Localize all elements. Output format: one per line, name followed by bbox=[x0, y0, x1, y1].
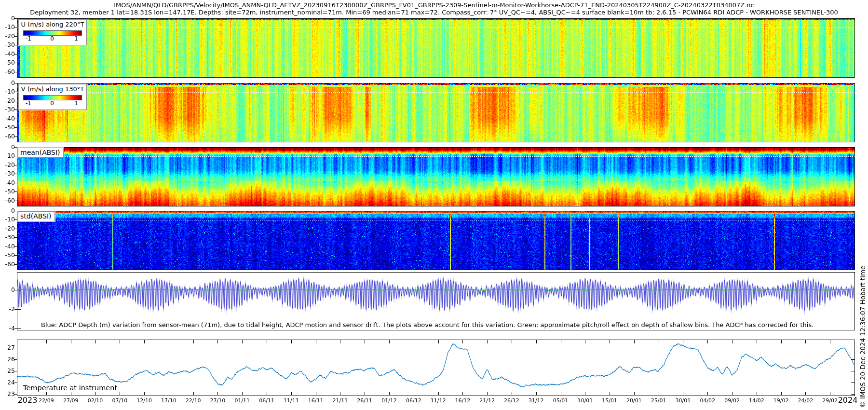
date-tick-label: 11/12 bbox=[431, 397, 446, 404]
depthvar-tick-label: -4 bbox=[9, 325, 15, 332]
date-tick-label: 09/02 bbox=[724, 397, 740, 404]
date-tick-label: 04/02 bbox=[700, 397, 715, 404]
date-tick-label: 31/12 bbox=[529, 397, 544, 404]
depth-tick-label-p2: -60 bbox=[5, 133, 15, 140]
depth-tick-label-p4: -30 bbox=[5, 233, 15, 241]
depth-tick-label-p1: -10 bbox=[5, 23, 15, 30]
depth-tick-label-p2: -40 bbox=[5, 115, 15, 122]
depth-tick-label-p4: -20 bbox=[5, 225, 15, 232]
date-tick-label: 27/09 bbox=[63, 397, 79, 404]
date-tick-label: 29/02 bbox=[822, 397, 838, 404]
depth-tick-label-p3: -50 bbox=[5, 188, 15, 195]
depthvar-tick-label: -2 bbox=[9, 305, 15, 313]
date-tick-label: 30/01 bbox=[676, 397, 691, 404]
date-tick-label: 22/10 bbox=[186, 397, 201, 404]
date-tick-label: 20/01 bbox=[626, 397, 642, 404]
temp-tick-label: 24 bbox=[7, 379, 15, 386]
date-tick-label: 26/11 bbox=[357, 397, 372, 404]
depth-tick-label-p4: -10 bbox=[5, 216, 15, 223]
date-tick-label: 17/10 bbox=[161, 397, 176, 404]
date-tick-label: 10/01 bbox=[577, 397, 593, 404]
v-colorbar-tick-1: 1 bbox=[74, 100, 78, 107]
depth-tick-label-p1: -20 bbox=[5, 32, 15, 40]
date-tick-label: 11/11 bbox=[284, 397, 299, 404]
date-tick-label: 21/12 bbox=[479, 397, 495, 404]
depth-tick-label-p1: -40 bbox=[5, 50, 15, 57]
year-label-end: 2024 bbox=[838, 396, 858, 405]
temp-tick-label: 23 bbox=[7, 390, 15, 397]
v-legend-title: V (m/s) along 130°T bbox=[19, 85, 86, 93]
adcp-summary-figure: IMOS/ANMN/QLD/GBRPPS/Velocity/IMOS_ANMN-… bbox=[0, 0, 868, 410]
depth-tick-label-p3: -60 bbox=[5, 197, 15, 204]
depth-tick-label-p1: -50 bbox=[5, 59, 15, 66]
year-label-start: 2023 bbox=[18, 396, 38, 405]
figure-title-deployment-info: Deployment 32, member 1 lat=18.31S lon=1… bbox=[0, 9, 868, 16]
date-tick-label: 02/10 bbox=[88, 397, 103, 404]
u-colorbar-tick-1: 1 bbox=[74, 35, 78, 42]
temp-tick-label: 26 bbox=[7, 355, 15, 363]
depth-tick-label-p3: 0 bbox=[11, 143, 15, 150]
depth-variation-annotation: Blue: ADCP Depth (m) variation from sens… bbox=[41, 321, 814, 328]
depth-tick-label-p3: -20 bbox=[5, 161, 15, 168]
depth-tick-label-p2: -50 bbox=[5, 123, 15, 131]
date-tick-label: 01/12 bbox=[381, 397, 397, 404]
temperature-panel-label: Temperature at instrument bbox=[23, 384, 117, 392]
date-tick-label: 16/12 bbox=[455, 397, 471, 404]
v-colorbar-tick-0: 0 bbox=[50, 100, 54, 107]
std-absi-label: std(ABSI) bbox=[18, 211, 55, 221]
depth-tick-label-p3: -40 bbox=[5, 179, 15, 186]
date-tick-label: 16/11 bbox=[308, 397, 324, 404]
depth-tick-label-p2: -20 bbox=[5, 97, 15, 104]
date-tick-label: 06/12 bbox=[406, 397, 421, 404]
depth-tick-label-p4: -40 bbox=[5, 243, 15, 250]
date-tick-label: 19/02 bbox=[773, 397, 789, 404]
depthvar-tick-label: 0 bbox=[11, 286, 15, 293]
date-tick-label: 06/11 bbox=[259, 397, 274, 404]
date-tick-label: 12/10 bbox=[136, 397, 152, 404]
date-tick-label: 01/11 bbox=[234, 397, 250, 404]
date-tick-label: 07/10 bbox=[112, 397, 127, 404]
date-tick-label: 25/01 bbox=[651, 397, 666, 404]
depth-tick-label-p3: -10 bbox=[5, 152, 15, 159]
depth-tick-label-p4: -50 bbox=[5, 251, 15, 259]
depth-tick-label-p2: -10 bbox=[5, 88, 15, 95]
date-tick-label: 21/11 bbox=[333, 397, 348, 404]
depth-tick-label-p1: -30 bbox=[5, 41, 15, 48]
depth-tick-label-p2: -30 bbox=[5, 106, 15, 113]
depth-tick-label-p4: -60 bbox=[5, 260, 15, 268]
u-velocity-legend: U (m/s) along 220°T -1 0 1 bbox=[18, 19, 87, 45]
figure-title-filename: IMOS/ANMN/QLD/GBRPPS/Velocity/IMOS_ANMN-… bbox=[0, 1, 868, 9]
u-colorbar-tick-neg1: -1 bbox=[26, 35, 31, 42]
date-tick-label: 22/09 bbox=[39, 397, 54, 404]
date-tick-label: 24/02 bbox=[798, 397, 814, 404]
mean-absi-label: mean(ABSI) bbox=[18, 148, 64, 158]
depth-tick-label-p1: -60 bbox=[5, 68, 15, 75]
v-velocity-legend: V (m/s) along 130°T -1 0 1 bbox=[18, 84, 87, 110]
date-tick-label: 27/10 bbox=[210, 397, 226, 404]
imos-watermark: © IMOS 20-Dec-2024 12:36:07 Hobart time bbox=[859, 266, 867, 408]
u-legend-title: U (m/s) along 220°T bbox=[19, 21, 86, 28]
u-colorbar-tick-0: 0 bbox=[50, 35, 54, 42]
date-tick-label: 14/02 bbox=[749, 397, 764, 404]
temp-tick-label: 27 bbox=[7, 344, 15, 351]
v-colorbar-tick-neg1: -1 bbox=[26, 100, 31, 107]
depth-tick-label-p3: -30 bbox=[5, 170, 15, 177]
date-tick-label: 26/12 bbox=[504, 397, 519, 404]
date-tick-label: 15/01 bbox=[602, 397, 617, 404]
date-tick-label: 05/01 bbox=[553, 397, 569, 404]
plots-canvas bbox=[0, 0, 868, 410]
depth-tick-label-p1: 0 bbox=[11, 14, 15, 22]
temp-tick-label: 25 bbox=[7, 367, 15, 374]
depth-tick-label-p4: 0 bbox=[11, 207, 15, 214]
depth-tick-label-p2: 0 bbox=[11, 79, 15, 86]
